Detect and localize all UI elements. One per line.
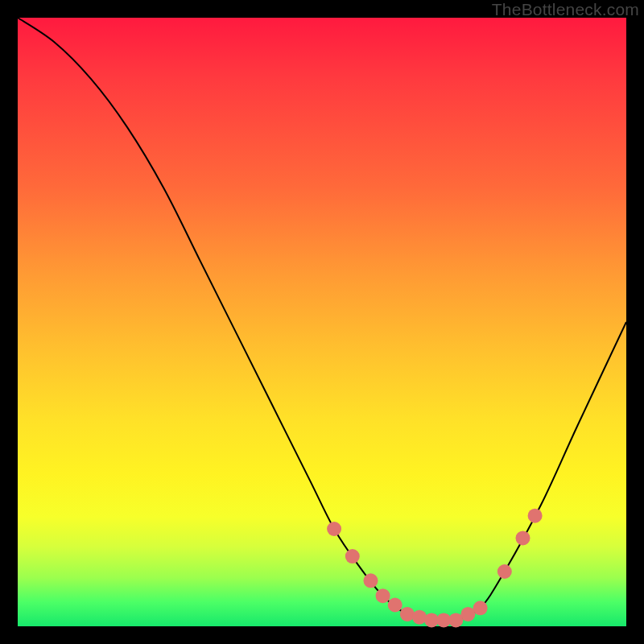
chart-frame: TheBottleneck.com (0, 0, 644, 644)
curve-dot (473, 601, 488, 615)
curve-dot (400, 607, 415, 621)
curve-dot (528, 509, 543, 523)
plot-area (18, 18, 626, 626)
curve-dot (412, 610, 427, 625)
watermark-label: TheBottleneck.com (492, 0, 639, 19)
curve-dot (327, 522, 341, 536)
curve-dot (364, 573, 378, 588)
curve-highlight-dots (327, 509, 542, 628)
curve-dot (497, 564, 512, 579)
curve-dot (376, 588, 390, 603)
curve-dot (345, 549, 360, 564)
bottleneck-curve-svg (18, 18, 626, 626)
curve-dot (516, 530, 530, 545)
curve-dot (388, 598, 402, 613)
bottleneck-curve (18, 18, 626, 621)
